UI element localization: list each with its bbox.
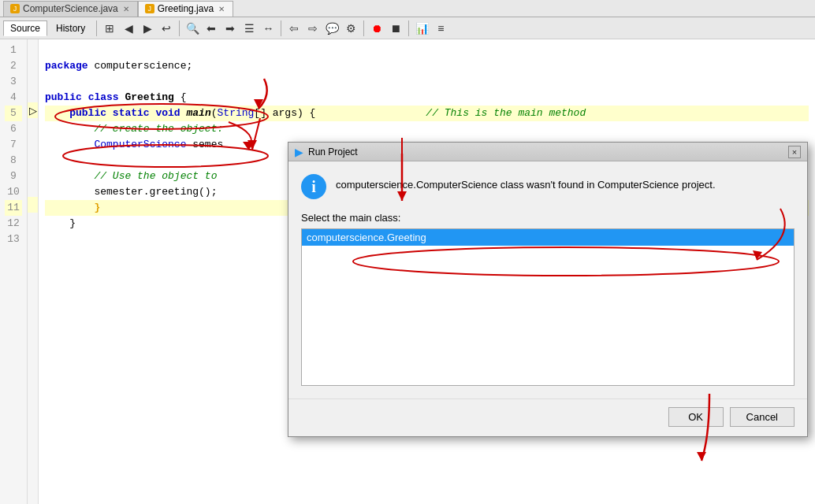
dialog-title-left: ▶ Run Project	[295, 146, 358, 158]
code-line-1	[45, 43, 809, 58]
comment-create: // create the object:	[94, 121, 223, 137]
toolbar-separator-5	[408, 20, 409, 36]
marker-9	[28, 165, 38, 181]
info-icon: i	[301, 174, 326, 199]
marker-4	[28, 87, 38, 102]
keyword-static: static	[113, 106, 150, 121]
marker-10	[28, 181, 38, 197]
toolbar-separator-3	[281, 20, 281, 36]
line-number-9: 9	[5, 169, 22, 184]
comment-main: // This is the main method	[426, 106, 586, 121]
closing-brace-inner: }	[94, 200, 100, 216]
code-line-3	[45, 74, 809, 90]
dialog-titlebar: ▶ Run Project ×	[288, 143, 807, 161]
marker-11	[28, 197, 38, 213]
marker-3	[28, 71, 38, 87]
tab-computerscience-label: ComputerScience.java	[23, 3, 118, 14]
source-tab[interactable]: Source	[3, 20, 47, 36]
last-edit-btn[interactable]: ↩	[158, 20, 175, 37]
marker-6	[28, 118, 38, 134]
comment-use: // Use the object to	[94, 169, 217, 184]
code-line-5: public static void main( String [] args)…	[45, 106, 809, 121]
toggle-comment-btn[interactable]: 💬	[323, 20, 341, 37]
tab-greeting-label: Greeting.java	[158, 3, 214, 14]
line-number-2: 2	[5, 58, 22, 74]
tab-computerscience-close[interactable]: ✕	[121, 5, 131, 13]
keyword-public-5: public	[69, 106, 106, 121]
diff-btn[interactable]: ≡	[432, 20, 449, 37]
format-btn[interactable]: ⚙	[342, 20, 359, 37]
marker-column: ▷	[28, 39, 39, 504]
keyword-void: void	[155, 106, 180, 121]
ide-window: J ComputerScience.java ✕ J Greeting.java…	[0, 0, 815, 504]
line-number-7: 7	[5, 137, 22, 153]
toolbar: Source History ⊞ ◀ ▶ ↩ 🔍 ⬅ ➡ ☰ ↔ ⇦ ⇨ 💬 ⚙…	[0, 17, 815, 39]
run-project-dialog[interactable]: ▶ Run Project × i computerscience.Comput…	[288, 142, 808, 437]
dialog-select-label: Select the main class:	[301, 212, 795, 224]
dialog-footer: OK Cancel	[288, 398, 807, 436]
cancel-button[interactable]: Cancel	[730, 407, 795, 427]
code-line-2: package computerscience;	[45, 58, 809, 74]
line-number-10: 10	[5, 184, 22, 200]
code-line-6: // create the object:	[45, 121, 809, 137]
tab-computerscience[interactable]: J ComputerScience.java ✕	[3, 1, 138, 17]
find-prev-btn[interactable]: ⬅	[203, 20, 220, 37]
toggle-bookmark-btn[interactable]: ⊞	[101, 20, 118, 37]
marker-1	[28, 39, 38, 55]
type-computerscience: ComputerScience	[94, 137, 186, 153]
dialog-class-list[interactable]: computerscience.Greeting	[301, 228, 795, 386]
line-number-12: 12	[5, 216, 22, 232]
history-tab[interactable]: History	[49, 20, 92, 36]
dialog-close-button[interactable]: ×	[788, 146, 801, 158]
line-number-11: 11	[5, 200, 22, 216]
run-btn[interactable]: ⏺	[368, 20, 385, 37]
type-string: String	[218, 106, 255, 121]
line-number-1: 1	[5, 43, 22, 58]
keyword-class: class	[88, 90, 119, 106]
replace-btn[interactable]: ↔	[259, 20, 277, 37]
package-name: computerscience;	[88, 58, 193, 74]
shift-right-btn[interactable]: ⇨	[304, 20, 322, 37]
toolbar-separator-4	[363, 20, 364, 36]
stop-btn[interactable]: ⏹	[387, 20, 404, 37]
ok-button[interactable]: OK	[668, 407, 724, 427]
find-btn[interactable]: 🔍	[184, 20, 201, 37]
java-file-icon: J	[10, 4, 20, 13]
toggle-find-btn[interactable]: ☰	[240, 20, 258, 37]
dialog-message-row: i computerscience.ComputerScience class …	[301, 174, 795, 199]
dialog-list-item-greeting[interactable]: computerscience.Greeting	[302, 229, 794, 246]
dialog-title-text: Run Project	[308, 146, 358, 158]
line-numbers: 1 2 3 4 5 6 7 8 9 10 11 12 13	[0, 39, 28, 504]
shift-left-btn[interactable]: ⇦	[285, 20, 303, 37]
keyword-package: package	[45, 58, 88, 74]
tab-greeting-close[interactable]: ✕	[217, 5, 226, 13]
java-file-icon-2: J	[145, 4, 154, 13]
marker-5: ▷	[28, 102, 38, 118]
marker-12	[28, 213, 38, 228]
line-number-3: 3	[5, 74, 22, 90]
tab-bar: J ComputerScience.java ✕ J Greeting.java…	[0, 0, 815, 17]
toolbar-separator-2	[179, 20, 180, 36]
dialog-body: i computerscience.ComputerScience class …	[288, 161, 807, 398]
chart-btn[interactable]: 📊	[413, 20, 430, 37]
code-line-4: public class Greeting {	[45, 90, 809, 106]
toolbar-separator-1	[96, 20, 97, 36]
marker-7	[28, 134, 38, 150]
line-number-13: 13	[5, 232, 22, 247]
line-number-5: 5	[5, 106, 22, 121]
next-btn[interactable]: ▶	[139, 20, 156, 37]
marker-2	[28, 55, 38, 71]
tab-greeting[interactable]: J Greeting.java ✕	[138, 1, 233, 17]
marker-8	[28, 150, 38, 165]
dialog-title-icon: ▶	[295, 146, 303, 158]
find-next-btn[interactable]: ➡	[221, 20, 239, 37]
line-number-6: 6	[5, 121, 22, 137]
marker-13	[28, 228, 38, 244]
line-number-4: 4	[5, 90, 22, 106]
keyword-public-4: public	[45, 90, 82, 106]
dialog-message-text: computerscience.ComputerScience class wa…	[336, 174, 716, 191]
line-number-8: 8	[5, 153, 22, 169]
prev-btn[interactable]: ◀	[120, 20, 137, 37]
